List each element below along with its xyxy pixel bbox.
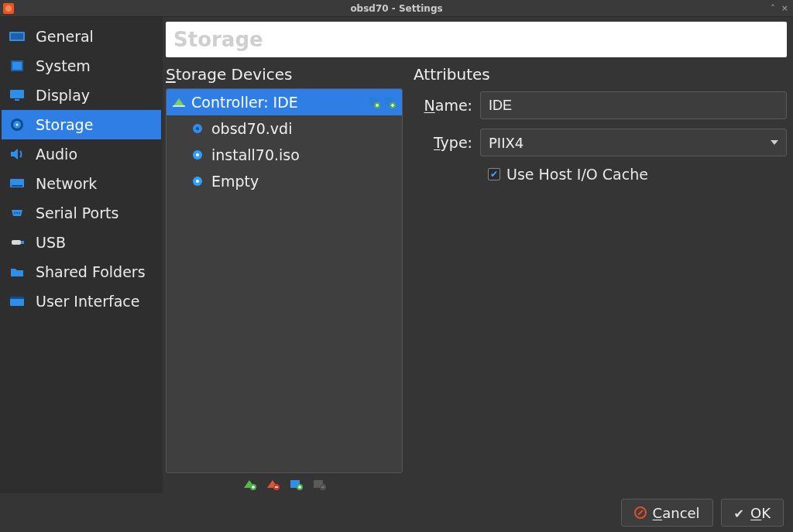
ok-button[interactable]: OK: [721, 499, 784, 527]
svg-point-9: [16, 124, 19, 126]
settings-page: Storage Storage Devices Controller: IDE: [163, 17, 793, 493]
cd-icon: [191, 175, 204, 187]
storage-item-label: Empty: [211, 173, 259, 190]
sidebar-item-serial-ports[interactable]: Serial Ports: [2, 198, 161, 228]
window-close-icon[interactable]: ×: [781, 3, 788, 13]
storage-panels: Storage Devices Controller: IDE: [166, 63, 787, 493]
storage-controller-row[interactable]: Controller: IDE: [166, 89, 402, 115]
svg-point-14: [19, 212, 20, 214]
sidebar-item-general[interactable]: General: [2, 22, 161, 51]
folder-icon: [9, 265, 26, 279]
svg-point-29: [196, 180, 199, 183]
window-minimize-icon[interactable]: ˄: [771, 3, 775, 13]
display-icon: [9, 88, 26, 102]
sidebar-item-label: User Interface: [36, 293, 139, 310]
svg-point-13: [16, 212, 18, 214]
audio-icon: [9, 147, 26, 161]
sidebar-item-label: System: [36, 57, 91, 74]
sidebar-item-usb[interactable]: USB: [2, 228, 161, 257]
add-optical-icon[interactable]: [383, 96, 396, 108]
storage-toolbar: [166, 473, 403, 493]
svg-rect-2: [11, 33, 23, 39]
sidebar-item-label: Audio: [36, 146, 77, 163]
storage-item-hdd[interactable]: obsd70.vdi: [166, 115, 402, 142]
svg-rect-6: [15, 99, 19, 101]
sidebar-item-label: Display: [36, 87, 90, 104]
controller-type-select[interactable]: PIIX4: [480, 129, 787, 156]
host-io-cache-label: Use Host I/O Cache: [506, 166, 648, 183]
svg-rect-18: [10, 297, 24, 299]
attributes-column: Attributes Name: Type: PIIX4: [414, 63, 787, 493]
svg-rect-19: [173, 105, 185, 107]
attributes-title: Attributes: [414, 63, 787, 88]
sidebar-item-label: Storage: [36, 116, 93, 133]
add-hdd-icon[interactable]: [368, 96, 380, 108]
page-banner: Storage: [166, 22, 787, 57]
attr-row-cache[interactable]: Use Host I/O Cache: [488, 166, 787, 183]
add-controller-button[interactable]: [242, 477, 257, 491]
page-title: Storage: [173, 28, 263, 51]
sidebar-item-shared-folders[interactable]: Shared Folders: [2, 257, 161, 287]
add-attachment-button[interactable]: [288, 477, 304, 491]
svg-rect-5: [10, 90, 24, 98]
svg-point-12: [14, 212, 15, 214]
network-icon: [9, 177, 26, 190]
attr-row-name: Name:: [414, 91, 787, 119]
svg-rect-11: [12, 185, 22, 187]
remove-controller-button[interactable]: [265, 477, 280, 491]
sidebar-item-network[interactable]: Network: [2, 169, 161, 198]
general-icon: [9, 29, 26, 43]
sidebar-item-label: Serial Ports: [36, 204, 118, 221]
usb-icon: [9, 235, 26, 249]
remove-attachment-button[interactable]: [311, 477, 327, 491]
svg-rect-4: [12, 62, 22, 70]
controller-name-input[interactable]: [480, 91, 787, 119]
sidebar-item-user-interface[interactable]: User Interface: [2, 287, 161, 316]
settings-sidebar: General System Display Storage Audio: [0, 17, 163, 493]
host-io-cache-checkbox[interactable]: [488, 168, 500, 180]
svg-point-25: [196, 127, 199, 130]
sidebar-item-label: Network: [36, 175, 97, 192]
dialog-footer: Cancel OK: [0, 493, 793, 532]
storage-item-cd-1[interactable]: install70.iso: [166, 142, 402, 168]
sidebar-item-display[interactable]: Display: [2, 81, 161, 110]
sidebar-item-label: Shared Folders: [36, 263, 146, 280]
storage-tree[interactable]: Controller: IDE: [166, 88, 403, 473]
svg-rect-15: [12, 240, 21, 245]
cd-icon: [191, 149, 204, 161]
controller-icon: [173, 96, 185, 108]
window-titlebar: obsd70 - Settings ˄ ×: [0, 0, 793, 17]
cancel-button[interactable]: Cancel: [621, 499, 713, 527]
storage-icon: [9, 118, 26, 132]
settings-body: General System Display Storage Audio: [0, 17, 793, 493]
controller-type-value: PIIX4: [489, 135, 524, 151]
hdd-icon: [191, 122, 204, 135]
sidebar-item-storage[interactable]: Storage: [2, 110, 161, 139]
storage-item-label: obsd70.vdi: [211, 120, 292, 137]
svg-point-27: [196, 153, 199, 156]
svg-rect-16: [21, 241, 24, 244]
sidebar-item-system[interactable]: System: [2, 51, 161, 81]
check-icon: [734, 505, 744, 521]
attr-name-label: Name:: [414, 97, 480, 114]
serial-icon: [9, 206, 26, 220]
storage-devices-column: Storage Devices Controller: IDE: [166, 63, 403, 493]
attr-type-label: Type:: [414, 134, 480, 151]
storage-item-cd-2[interactable]: Empty: [166, 168, 402, 194]
controller-label: Controller: IDE: [191, 94, 298, 111]
cancel-icon: [634, 506, 647, 519]
sidebar-item-label: General: [36, 28, 94, 45]
sidebar-item-audio[interactable]: Audio: [2, 139, 161, 169]
ui-icon: [9, 294, 26, 308]
storage-item-label: install70.iso: [211, 146, 300, 163]
window-title: obsd70 - Settings: [0, 3, 793, 14]
system-icon: [9, 59, 26, 73]
sidebar-item-label: USB: [36, 234, 66, 251]
attr-row-type: Type: PIIX4: [414, 129, 787, 156]
storage-devices-title: Storage Devices: [166, 63, 403, 88]
